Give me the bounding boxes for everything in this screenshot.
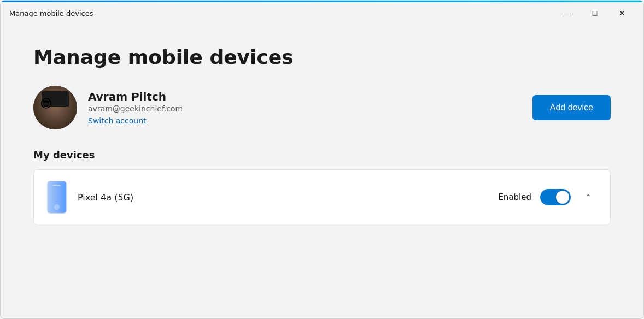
user-email: avram@geekinchief.com [88, 104, 183, 113]
window: Manage mobile devices — □ ✕ Manage mobil… [0, 0, 644, 319]
device-toggle[interactable] [540, 189, 571, 205]
device-icon [47, 181, 67, 214]
user-section: Avram Piltch avram@geekinchief.com Switc… [33, 86, 611, 129]
page-title: Manage mobile devices [33, 46, 611, 68]
chevron-up-icon: ⌃ [585, 193, 592, 202]
avatar-image [33, 86, 77, 129]
close-button[interactable]: ✕ [610, 4, 635, 22]
my-devices-section: My devices Pixel 4a (5G) Enabled ⌃ [33, 149, 611, 225]
user-name: Avram Piltch [88, 90, 183, 103]
status-label: Enabled [498, 192, 531, 202]
expand-device-button[interactable]: ⌃ [579, 188, 597, 206]
device-name: Pixel 4a (5G) [78, 192, 487, 203]
minimize-button[interactable]: — [555, 4, 580, 22]
user-info: Avram Piltch avram@geekinchief.com Switc… [33, 86, 183, 129]
device-card: Pixel 4a (5G) Enabled ⌃ [33, 169, 611, 225]
user-details: Avram Piltch avram@geekinchief.com Switc… [88, 90, 183, 125]
main-content: Manage mobile devices Avram Piltch avram… [1, 24, 643, 318]
device-status-area: Enabled ⌃ [498, 188, 597, 206]
switch-account-link[interactable]: Switch account [88, 116, 183, 125]
add-device-button[interactable]: Add device [532, 95, 611, 120]
title-bar-controls: — □ ✕ [555, 4, 635, 22]
avatar [33, 86, 77, 129]
title-bar: Manage mobile devices — □ ✕ [1, 2, 643, 24]
maximize-button[interactable]: □ [582, 4, 607, 22]
title-bar-text: Manage mobile devices [9, 9, 93, 17]
my-devices-title: My devices [33, 149, 611, 161]
